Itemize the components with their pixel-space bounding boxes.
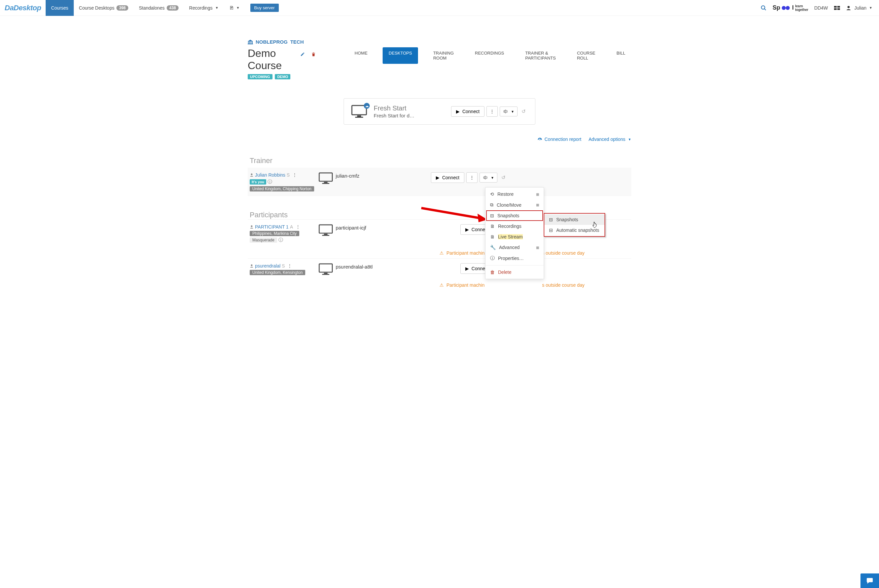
nav-dd4w[interactable]: DD4W bbox=[814, 5, 828, 10]
masquerade-badge[interactable]: Masquerade bbox=[250, 237, 277, 243]
trainer-location: United Kingdom, Chipping Norton bbox=[250, 186, 314, 192]
edit-icon[interactable] bbox=[300, 52, 305, 57]
svg-rect-13 bbox=[252, 41, 253, 44]
svg-rect-4 bbox=[834, 6, 837, 8]
breadcrumb-org[interactable]: NOBLEPROG bbox=[256, 39, 288, 45]
tab-desktops[interactable]: DESKTOPS bbox=[382, 47, 418, 64]
user-name: Julian bbox=[855, 5, 867, 10]
nav-recordings[interactable]: Recordings ▼ bbox=[184, 0, 224, 16]
participant-machine: psurendralal-a8tl bbox=[336, 263, 373, 270]
warning-icon: ⚠ bbox=[440, 282, 444, 288]
breadcrumb-dept[interactable]: TECH bbox=[290, 39, 304, 45]
spool-tagline: learntogether bbox=[795, 4, 808, 12]
tab-recordings[interactable]: RECORDINGS bbox=[469, 47, 510, 64]
spool-logo[interactable]: Sp l learntogether bbox=[772, 4, 808, 12]
tab-trainer-participants[interactable]: TRAINER & PARTICIPANTS bbox=[519, 47, 561, 64]
buy-server-button[interactable]: Buy server bbox=[250, 4, 279, 12]
menu-clone[interactable]: ⧉ Clone/Move ▦ bbox=[486, 200, 544, 210]
participant-name[interactable]: PARTICIPANT 1 bbox=[255, 224, 289, 230]
nav-standalones[interactable]: Standalones 438 bbox=[134, 0, 184, 16]
trainer-heading: Trainer bbox=[248, 156, 631, 165]
nav-buy-server[interactable]: Buy server bbox=[245, 0, 284, 16]
nav-standalones-label: Standalones bbox=[139, 5, 165, 10]
standalones-count: 438 bbox=[166, 5, 178, 10]
user-icon bbox=[846, 5, 851, 10]
cloud-icon: ☁ bbox=[364, 103, 370, 109]
fresh-start-card: ☁ Fresh Start Fresh Start for d… ▶ Conne… bbox=[344, 98, 536, 124]
submenu-icon: ▦ bbox=[536, 203, 539, 207]
trash-icon: 🗑 bbox=[490, 270, 495, 275]
participant-location: Philippines, Marikina City bbox=[250, 231, 299, 236]
svg-rect-21 bbox=[319, 173, 332, 181]
monitor-icon bbox=[318, 224, 333, 236]
svg-line-1 bbox=[764, 9, 766, 10]
more-icon[interactable]: ⋮ bbox=[294, 224, 302, 230]
menu-recordings[interactable]: 🗎 Recordings bbox=[486, 221, 544, 231]
bank-icon bbox=[248, 40, 253, 44]
nav-lang[interactable]: 🖹 ▼ bbox=[224, 0, 245, 16]
svg-point-0 bbox=[761, 6, 765, 9]
more-button[interactable]: ⋮ bbox=[486, 106, 498, 117]
svg-rect-22 bbox=[324, 182, 328, 183]
fresh-start-title: Fresh Start bbox=[374, 105, 444, 112]
help-icon[interactable]: ⓘ bbox=[267, 179, 272, 184]
svg-rect-7 bbox=[837, 8, 840, 10]
nav-user[interactable]: Julian ▼ bbox=[846, 0, 873, 16]
svg-rect-27 bbox=[322, 235, 329, 236]
drive-icon: ⊟ bbox=[549, 228, 553, 233]
tab-course-roll[interactable]: COURSE ROLL bbox=[571, 47, 602, 64]
nav-courses[interactable]: Courses bbox=[46, 0, 74, 16]
menu-restore[interactable]: ⟲ Restore ▦ bbox=[486, 189, 544, 200]
tab-training-room[interactable]: TRAINING ROOM bbox=[427, 47, 460, 64]
chevron-down-icon: ▼ bbox=[511, 110, 514, 113]
svg-rect-23 bbox=[322, 183, 329, 184]
svg-point-28 bbox=[251, 265, 253, 266]
svg-line-19 bbox=[540, 139, 541, 140]
more-icon[interactable]: ⋮ bbox=[286, 263, 293, 268]
info-icon: ⓘ bbox=[490, 255, 495, 261]
search-icon[interactable] bbox=[760, 5, 766, 11]
logo[interactable]: DaDesktop bbox=[0, 4, 46, 12]
nav-course-desktops-label: Course Desktops bbox=[79, 5, 114, 10]
connect-button[interactable]: ▶ Connect bbox=[451, 106, 484, 117]
gear-dropdown-button[interactable]: ▼ bbox=[480, 172, 497, 183]
more-button[interactable]: ⋮ bbox=[466, 172, 477, 183]
trainer-name[interactable]: Julian Robbins bbox=[255, 172, 285, 178]
trash-icon[interactable] bbox=[312, 52, 315, 57]
svg-line-32 bbox=[421, 208, 481, 218]
tag-upcoming: UPCOMING bbox=[248, 74, 273, 80]
participant-name[interactable]: psurendralal bbox=[255, 263, 280, 268]
svg-point-8 bbox=[847, 6, 850, 8]
menu-properties[interactable]: ⓘ Properties… bbox=[486, 253, 544, 264]
monitor-icon bbox=[318, 263, 333, 275]
chevron-down-icon: ▼ bbox=[628, 138, 631, 141]
help-icon[interactable]: ⓘ bbox=[279, 237, 283, 242]
tab-bill[interactable]: BILL bbox=[610, 47, 631, 64]
svg-point-3 bbox=[786, 6, 790, 10]
participant-location: United Kingdom, Kensington bbox=[250, 270, 305, 275]
chevron-down-icon: ▼ bbox=[215, 6, 219, 10]
menu-snapshots[interactable]: ⊟ Snapshots ▦ bbox=[486, 210, 543, 221]
overview-icon[interactable] bbox=[834, 6, 840, 10]
menu-advanced[interactable]: 🔧 Advanced ▦ bbox=[486, 242, 544, 253]
gear-dropdown-button[interactable]: ▼ bbox=[500, 106, 518, 116]
warning-icon: ⚠ bbox=[440, 250, 444, 256]
connect-button[interactable]: ▶Connect bbox=[431, 172, 464, 183]
connection-report-link[interactable]: Connection report bbox=[537, 136, 581, 142]
tag-demo: DEMO bbox=[275, 74, 290, 80]
spool-text2: l bbox=[792, 4, 794, 11]
dashboard-icon bbox=[537, 137, 542, 141]
advanced-options-link[interactable]: Advanced options ▼ bbox=[589, 136, 631, 142]
refresh-icon[interactable]: ↺ bbox=[519, 108, 528, 114]
chevron-down-icon: ▼ bbox=[491, 176, 494, 180]
svg-rect-31 bbox=[322, 274, 329, 275]
more-icon[interactable]: ⋮ bbox=[291, 172, 298, 178]
svg-rect-5 bbox=[837, 6, 840, 8]
refresh-icon[interactable]: ↺ bbox=[500, 175, 508, 181]
fresh-start-sub: Fresh Start for d… bbox=[374, 113, 420, 118]
menu-live-stream[interactable]: 🗎 Live Stream bbox=[486, 231, 544, 242]
tab-home[interactable]: HOME bbox=[348, 47, 374, 64]
nav-course-desktops[interactable]: Course Desktops 398 bbox=[74, 0, 134, 16]
menu-delete[interactable]: 🗑 Delete bbox=[486, 267, 544, 278]
participant-suffix: A bbox=[290, 224, 293, 230]
